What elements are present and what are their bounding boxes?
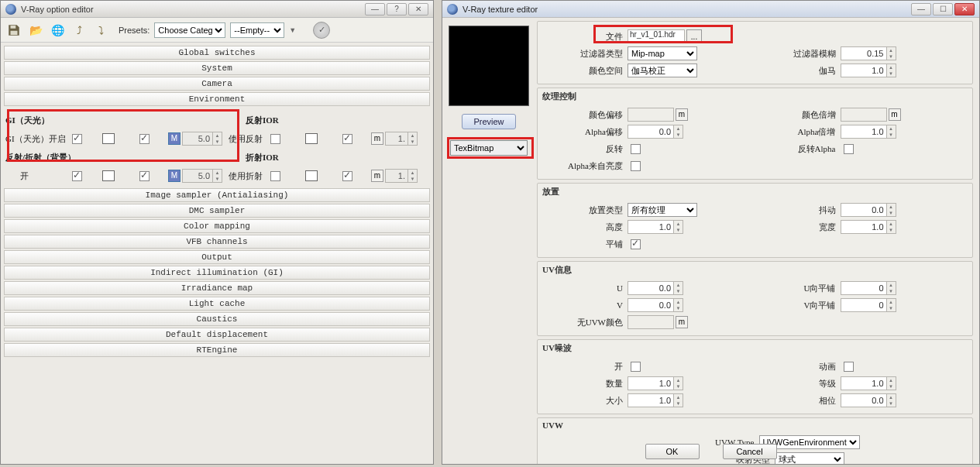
noise-size-input[interactable]: [628, 393, 674, 407]
color-space-select[interactable]: 伽马校正: [628, 64, 697, 77]
globe-icon[interactable]: 🌐: [49, 22, 66, 39]
section-color-mapping[interactable]: Color mapping: [4, 219, 430, 233]
section-environment[interactable]: Environment: [4, 92, 430, 106]
section-global[interactable]: Global switches: [4, 46, 430, 60]
file-browse-button[interactable]: ...: [686, 29, 702, 43]
place-type-select[interactable]: 所有纹理: [628, 203, 697, 217]
no-uvw-color-input[interactable]: [628, 315, 674, 329]
tile-checkbox[interactable]: [631, 239, 641, 249]
save-icon[interactable]: [5, 22, 22, 39]
noise-amount-input[interactable]: [628, 376, 674, 390]
u-tile-spinner[interactable]: ▲▼: [887, 281, 896, 295]
close-button[interactable]: ✕: [954, 3, 975, 15]
section-vfb[interactable]: VFB channels: [4, 235, 430, 249]
noise-phase-spinner[interactable]: ▲▼: [887, 393, 896, 407]
section-disp[interactable]: Default displacement: [4, 328, 430, 342]
u-input[interactable]: [628, 281, 674, 295]
file-path-input[interactable]: hr_v1_01.hdr: [628, 29, 685, 43]
close-button[interactable]: ✕: [408, 3, 428, 15]
noise-size-spinner[interactable]: ▲▼: [674, 393, 683, 407]
maximize-button[interactable]: ☐: [933, 3, 953, 15]
v-input[interactable]: [628, 298, 674, 312]
alpha-offset-spinner[interactable]: ▲▼: [674, 125, 683, 139]
v-tile-spinner[interactable]: ▲▼: [887, 298, 896, 312]
no-uvw-color-map-button[interactable]: m: [676, 316, 688, 328]
refl-mult-spinner[interactable]: ▲▼: [408, 132, 418, 146]
noise-levels-spinner[interactable]: ▲▼: [887, 376, 896, 390]
ok-button[interactable]: OK: [645, 444, 700, 459]
gi-mult-input[interactable]: [182, 132, 213, 146]
noise-phase-input[interactable]: [841, 393, 887, 407]
section-system[interactable]: System: [4, 61, 430, 75]
gi-mult-spinner[interactable]: ▲▼: [213, 132, 222, 146]
section-rt[interactable]: RTEngine: [4, 343, 430, 357]
cancel-button[interactable]: Cancel: [723, 444, 777, 459]
u-tile-input[interactable]: [841, 281, 887, 295]
jitter-input[interactable]: [841, 203, 887, 217]
filter-blur-input[interactable]: [841, 46, 887, 60]
rr-color-swatch[interactable]: [102, 170, 115, 181]
noise-on-checkbox[interactable]: [631, 362, 641, 372]
rr-mult-input[interactable]: [182, 169, 213, 183]
texture-type-select[interactable]: TexBitmap: [450, 140, 528, 156]
color-mult-input[interactable]: [841, 108, 887, 122]
use-refr-checkbox[interactable]: [270, 171, 280, 181]
gi-map-button[interactable]: M: [168, 132, 181, 145]
rr-on-checkbox[interactable]: [72, 171, 82, 181]
alpha-offset-input[interactable]: [628, 125, 674, 139]
color-offset-input[interactable]: [628, 108, 674, 122]
v-tile-input[interactable]: [841, 298, 887, 312]
open-icon[interactable]: 📂: [27, 22, 44, 39]
alpha-mult-input[interactable]: [841, 125, 887, 139]
rr-mult-spinner[interactable]: ▲▼: [213, 169, 222, 183]
noise-levels-input[interactable]: [841, 376, 887, 390]
minimize-button[interactable]: —: [911, 3, 931, 15]
download-icon[interactable]: ⤵: [92, 22, 109, 39]
jitter-spinner[interactable]: ▲▼: [887, 203, 896, 217]
titlebar-left[interactable]: V-Ray option editor — ? ✕: [1, 1, 433, 18]
color-mult-map-button[interactable]: m: [889, 108, 901, 121]
refr-color-swatch[interactable]: [305, 170, 318, 181]
noise-amount-spinner[interactable]: ▲▼: [674, 376, 683, 390]
refl-color-swatch[interactable]: [305, 133, 318, 144]
alpha-from-lum-checkbox[interactable]: [631, 161, 641, 171]
filter-type-select[interactable]: Mip-map: [628, 46, 697, 60]
gi-color-swatch[interactable]: [102, 133, 115, 144]
refr-mult-input[interactable]: [385, 169, 408, 183]
help-button[interactable]: ?: [387, 3, 407, 15]
refl-mult-input[interactable]: [385, 132, 408, 146]
height-spinner[interactable]: ▲▼: [674, 220, 683, 234]
width-input[interactable]: [841, 220, 887, 234]
invert-checkbox[interactable]: [631, 144, 641, 154]
titlebar-right[interactable]: V-Ray texture editor — ☐ ✕: [442, 1, 979, 18]
section-image-sampler[interactable]: Image sampler (Antialiasing): [4, 188, 430, 202]
section-dmc[interactable]: DMC sampler: [4, 204, 430, 218]
minimize-button[interactable]: —: [365, 3, 385, 15]
section-output[interactable]: Output: [4, 250, 430, 264]
section-irr[interactable]: Irradiance map: [4, 281, 430, 295]
gi-on-checkbox[interactable]: [72, 134, 82, 144]
refr-map-button[interactable]: m: [371, 170, 383, 182]
preset-category-select[interactable]: Choose Catego: [154, 22, 225, 38]
noise-anim-checkbox[interactable]: [844, 362, 854, 372]
u-spinner[interactable]: ▲▼: [674, 281, 683, 295]
color-offset-map-button[interactable]: m: [676, 108, 688, 121]
alpha-mult-spinner[interactable]: ▲▼: [887, 125, 896, 139]
gamma-spinner[interactable]: ▲▼: [887, 64, 896, 77]
apply-icon[interactable]: ✓: [313, 22, 330, 39]
height-input[interactable]: [628, 220, 674, 234]
preview-button[interactable]: Preview: [462, 114, 516, 129]
refl-aux-checkbox[interactable]: [342, 134, 352, 144]
rr-map-button[interactable]: M: [168, 170, 181, 182]
gamma-input[interactable]: [841, 64, 887, 77]
preset-value-select[interactable]: --Empty--: [230, 22, 284, 38]
section-caustics[interactable]: Caustics: [4, 312, 430, 326]
width-spinner[interactable]: ▲▼: [887, 220, 896, 234]
upload-icon[interactable]: ⤴: [70, 22, 88, 39]
v-spinner[interactable]: ▲▼: [674, 298, 683, 312]
gi-aux-checkbox[interactable]: [139, 134, 150, 144]
invert-alpha-checkbox[interactable]: [844, 144, 854, 154]
section-camera[interactable]: Camera: [4, 77, 430, 91]
section-gi[interactable]: Indirect illumination (GI): [4, 266, 430, 280]
refr-mult-spinner[interactable]: ▲▼: [408, 169, 418, 183]
